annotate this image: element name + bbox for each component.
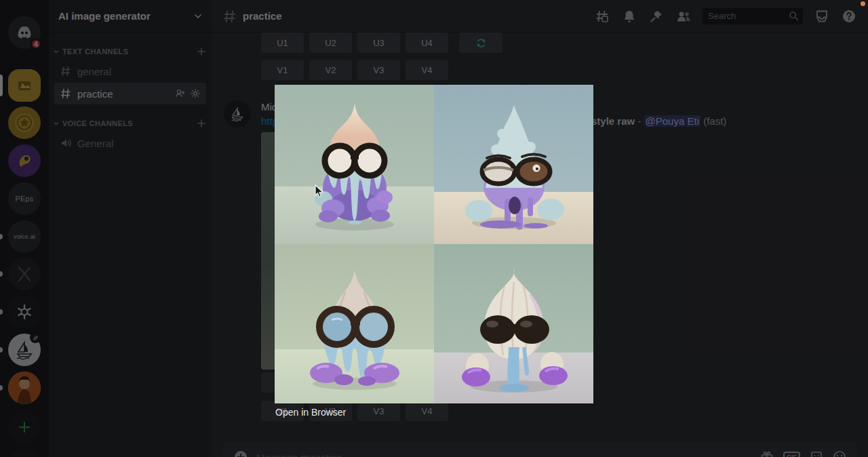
image-preview-modal[interactable] [275,85,593,403]
generated-image-bottom-right [434,244,593,403]
generated-image-bottom-left [275,244,434,403]
generated-image-top-left [275,85,434,244]
recording-indicator-dot [861,1,865,6]
open-in-browser-link[interactable]: Open in Browser [275,407,346,418]
generated-image-top-right [434,85,593,244]
discord-app: 4 PEps voice.ai [0,0,868,457]
